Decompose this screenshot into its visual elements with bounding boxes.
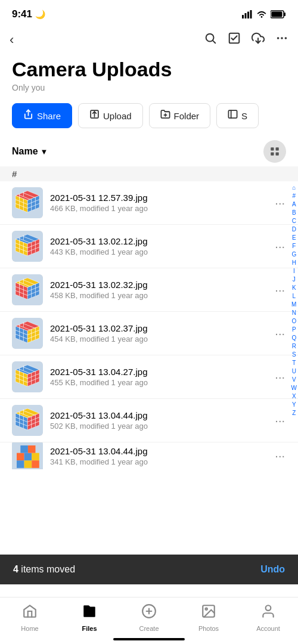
file-meta-partial: 341 KB, modified 1 year ago <box>50 457 266 466</box>
file-more-partial[interactable]: ··· <box>274 447 286 465</box>
svg-point-4 <box>261 16 263 18</box>
svg-rect-123 <box>17 453 24 460</box>
file-thumbnail <box>12 274 43 305</box>
alpha-j[interactable]: J <box>293 275 296 283</box>
alpha-q[interactable]: Q <box>291 334 296 342</box>
alpha-b[interactable]: B <box>292 209 296 216</box>
photos-icon <box>201 603 216 623</box>
alpha-e[interactable]: E <box>292 234 296 242</box>
alpha-a[interactable]: A <box>292 200 296 208</box>
screenshot-icon <box>228 109 238 122</box>
alpha-p[interactable]: P <box>292 326 296 333</box>
alpha-s[interactable]: S <box>292 351 296 358</box>
file-more-button[interactable]: ··· <box>274 237 286 256</box>
file-name: 2021-05-31 13.04.44.jpg <box>50 410 266 420</box>
nav-item-account[interactable]: Account <box>250 603 286 632</box>
alpha-o[interactable]: O <box>291 317 296 325</box>
nav-item-files[interactable]: Files <box>72 603 107 632</box>
alpha-y[interactable]: Y <box>292 401 296 408</box>
share-button[interactable]: Share <box>12 103 72 128</box>
alpha-x[interactable]: X <box>292 392 296 400</box>
action-buttons-row: Share Upload Folder S <box>0 95 298 134</box>
svg-rect-130 <box>28 445 36 453</box>
alpha-k[interactable]: K <box>292 284 296 292</box>
svg-point-136 <box>266 605 271 611</box>
file-more-button[interactable]: ··· <box>274 368 286 386</box>
upload-icon <box>89 109 100 122</box>
sort-button[interactable]: Name ▼ <box>12 146 48 157</box>
svg-rect-0 <box>242 15 244 18</box>
file-meta: 466 KB, modified 1 year ago <box>50 204 266 213</box>
upload-button[interactable]: Upload <box>78 103 143 128</box>
file-info: 2021-05-31 12.57.39.jpg 466 KB, modified… <box>50 193 266 213</box>
toast-count: 4 <box>13 564 18 574</box>
alpha-divider-hash: # <box>0 166 298 181</box>
file-list: ⌂ # A B C D E F G H I J K L M N O P Q R … <box>0 181 298 469</box>
file-thumbnail <box>12 231 43 262</box>
sort-name-label: Name <box>12 146 38 157</box>
more-button[interactable] <box>275 32 288 48</box>
file-item: 2021-05-31 12.57.39.jpg 466 KB, modified… <box>0 181 298 225</box>
svg-rect-125 <box>32 453 39 460</box>
screenshot-button[interactable]: S <box>216 103 259 128</box>
svg-point-14 <box>285 37 287 39</box>
select-button[interactable] <box>228 32 241 48</box>
svg-rect-20 <box>229 111 237 119</box>
file-item: 2021-05-31 13.02.32.jpg 458 KB, modified… <box>0 268 298 312</box>
folder-button[interactable]: Folder <box>149 103 211 128</box>
toast-text-suffix: items moved <box>18 564 75 574</box>
alpha-index: ⌂ # A B C D E F G H I J K L M N O P Q R … <box>291 181 297 419</box>
home-indicator <box>113 638 185 640</box>
file-more-button[interactable]: ··· <box>274 411 286 430</box>
svg-point-135 <box>206 608 207 610</box>
file-name: 2021-05-31 12.57.39.jpg <box>50 193 266 203</box>
alpha-h[interactable]: H <box>292 259 296 267</box>
svg-rect-126 <box>17 460 24 468</box>
back-button[interactable]: ‹ <box>10 30 21 50</box>
search-button[interactable] <box>204 32 217 48</box>
nav-item-create[interactable]: Create <box>131 603 167 632</box>
file-name-partial: 2021-05-31 13.04.44.jpg <box>50 446 266 456</box>
alpha-l[interactable]: L <box>292 292 296 300</box>
alpha-u[interactable]: U <box>292 367 296 375</box>
alpha-w[interactable]: W <box>291 384 297 392</box>
alpha-z[interactable]: Z <box>292 409 296 417</box>
alpha-home[interactable]: ⌂ <box>292 184 296 191</box>
alpha-c[interactable]: C <box>292 217 296 225</box>
cloud-download-button[interactable] <box>252 32 265 48</box>
file-more-button[interactable]: ··· <box>274 194 286 212</box>
svg-rect-2 <box>247 12 249 19</box>
nav-item-photos[interactable]: Photos <box>191 603 226 632</box>
alpha-f[interactable]: F <box>292 242 296 250</box>
svg-rect-3 <box>250 10 252 18</box>
moon-icon: 🌙 <box>35 10 45 19</box>
nav-label-create: Create <box>139 625 159 632</box>
nav-label-files: Files <box>82 625 97 632</box>
alpha-v[interactable]: V <box>292 376 296 383</box>
battery-icon <box>271 10 286 18</box>
alpha-hash[interactable]: # <box>292 192 296 200</box>
alpha-d[interactable]: D <box>292 225 296 233</box>
nav-item-home[interactable]: Home <box>12 603 48 632</box>
alpha-i[interactable]: I <box>293 267 295 275</box>
toast-undo-button[interactable]: Undo <box>260 564 285 575</box>
alpha-n[interactable]: N <box>292 309 296 317</box>
svg-rect-7 <box>272 12 283 17</box>
grid-view-button[interactable] <box>263 140 286 163</box>
file-item: 2021-05-31 13.04.27.jpg 455 KB, modified… <box>0 355 298 399</box>
alpha-t[interactable]: T <box>292 359 296 367</box>
file-name: 2021-05-31 13.02.37.jpg <box>50 323 266 333</box>
nav-label-home: Home <box>21 625 38 632</box>
alpha-m[interactable]: M <box>291 301 296 308</box>
svg-point-12 <box>277 37 280 39</box>
svg-rect-124 <box>24 453 32 460</box>
status-icons <box>242 10 286 18</box>
file-more-button[interactable]: ··· <box>274 324 286 343</box>
svg-point-13 <box>281 37 283 39</box>
alpha-g[interactable]: G <box>291 250 296 258</box>
file-thumb-partial <box>12 442 43 469</box>
file-more-button[interactable]: ··· <box>274 281 286 299</box>
share-icon <box>23 109 33 122</box>
toast-bar: 4 items moved Undo <box>0 555 298 584</box>
alpha-r[interactable]: R <box>292 342 296 350</box>
